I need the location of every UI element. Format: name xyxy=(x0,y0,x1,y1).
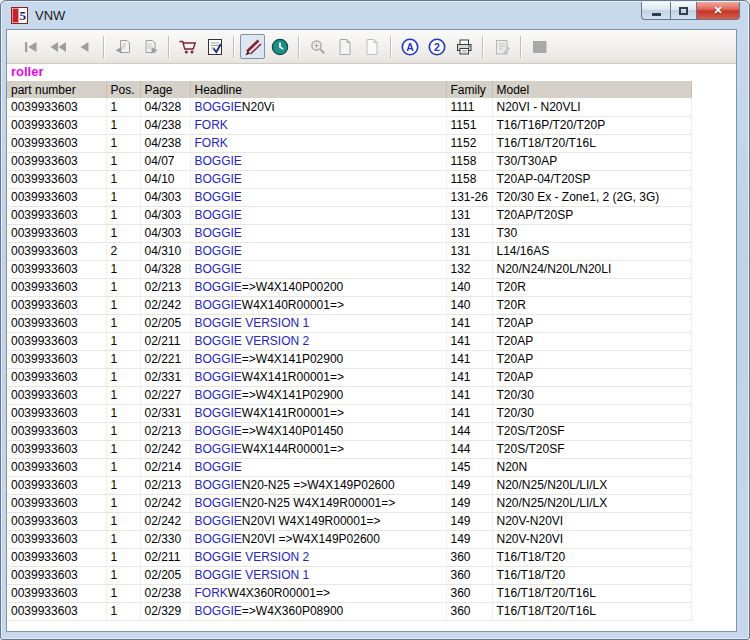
vnw-window: 5 VNW ✕ A2 roller part numberPos.PageHea… xyxy=(0,0,750,640)
close-button[interactable]: ✕ xyxy=(697,2,740,20)
cell-headline: BOGGIEW4X144R00001=> xyxy=(190,440,446,458)
table-row[interactable]: 0039933603104/238FORK1152T16/T18/T20/T16… xyxy=(7,134,691,152)
table-row[interactable]: 0039933603104/238FORK1151T16/T16P/T20/T2… xyxy=(7,116,691,134)
headline-link[interactable]: BOGGIE xyxy=(195,208,242,222)
table-row[interactable]: 0039933603102/331BOGGIEW4X141R00001=>141… xyxy=(7,368,691,386)
headline-link[interactable]: BOGGIE xyxy=(195,280,242,294)
circle-2-button[interactable]: 2 xyxy=(424,34,449,59)
rewind-button xyxy=(45,34,70,59)
headline-link[interactable]: BOGGIE xyxy=(195,226,242,240)
table-row[interactable]: 0039933603102/242BOGGIEW4X140R00001=>140… xyxy=(7,296,691,314)
headline-link[interactable]: BOGGIE xyxy=(195,388,242,402)
table-row[interactable]: 0039933603102/242BOGGIEN20VI W4X149R0000… xyxy=(7,512,691,530)
cell-page: 04/303 xyxy=(140,206,190,224)
headline-link[interactable]: BOGGIE xyxy=(195,244,242,258)
table-row[interactable]: 0039933603104/303BOGGIE131-26T20/30 Ex -… xyxy=(7,188,691,206)
headline-link[interactable]: FORK xyxy=(195,136,228,150)
headline-link[interactable]: BOGGIE xyxy=(195,478,242,492)
shopping-cart-button[interactable] xyxy=(175,34,200,59)
headline-link[interactable]: BOGGIE xyxy=(195,190,242,204)
app-icon[interactable]: 5 xyxy=(11,7,28,24)
table-row[interactable]: 0039933603102/221BOGGIE=>W4X141P02900141… xyxy=(7,350,691,368)
table-row[interactable]: 0039933603102/213BOGGIE=>W4X140P00200140… xyxy=(7,278,691,296)
table-row[interactable]: 0039933603102/205BOGGIE VERSION 1360T16/… xyxy=(7,566,691,584)
headline-link[interactable]: BOGGIE VERSION 2 xyxy=(195,334,310,348)
table-row[interactable]: 0039933603102/330BOGGIEN20VI =>W4X149P02… xyxy=(7,530,691,548)
table-row[interactable]: 0039933603104/07BOGGIE1158T30/T30AP xyxy=(7,152,691,170)
table-row[interactable]: 0039933603102/238FORKW4X360R00001=>360T1… xyxy=(7,584,691,602)
cell-page: 02/331 xyxy=(140,404,190,422)
table-row[interactable]: 0039933603102/329BOGGIE=>W4X360P08900360… xyxy=(7,602,691,620)
table-row[interactable]: 0039933603104/328BOGGIEN20Vi1111N20VI - … xyxy=(7,98,691,116)
headline-link[interactable]: BOGGIE xyxy=(195,298,242,312)
headline-link[interactable]: BOGGIE xyxy=(195,442,242,456)
circle-a-button[interactable]: A xyxy=(397,34,422,59)
cell-page: 04/303 xyxy=(140,224,190,242)
table-row[interactable]: 0039933603102/211BOGGIE VERSION 2360T16/… xyxy=(7,548,691,566)
table-row[interactable]: 0039933603102/331BOGGIEW4X141R00001=>141… xyxy=(7,404,691,422)
headline-link[interactable]: BOGGIE xyxy=(195,406,242,420)
headline-link[interactable]: FORK xyxy=(195,118,228,132)
headline-link[interactable]: BOGGIE VERSION 1 xyxy=(195,316,310,330)
cell-model: T20R xyxy=(492,278,691,296)
headline-link[interactable]: BOGGIE xyxy=(195,604,242,618)
cell-headline: BOGGIEN20VI =>W4X149P02600 xyxy=(190,530,446,548)
headline-link[interactable]: FORK xyxy=(195,586,228,600)
cell-headline: BOGGIE xyxy=(190,458,446,476)
headline-link[interactable]: BOGGIE xyxy=(195,172,242,186)
headline-link[interactable]: BOGGIE VERSION 1 xyxy=(195,568,310,582)
cell-part: 0039933603 xyxy=(7,476,106,494)
cell-pos: 1 xyxy=(106,440,140,458)
table-row[interactable]: 0039933603102/213BOGGIEN20-N25 =>W4X149P… xyxy=(7,476,691,494)
cell-model: N20/N24/N20L/N20LI xyxy=(492,260,691,278)
cell-headline: FORKW4X360R00001=> xyxy=(190,584,446,602)
print-button[interactable] xyxy=(451,34,476,59)
table-row[interactable]: 0039933603102/214BOGGIE145N20N xyxy=(7,458,691,476)
cell-family: 141 xyxy=(446,314,492,332)
cell-family: 360 xyxy=(446,548,492,566)
table-row[interactable]: 0039933603102/242BOGGIEN20-N25 W4X149R00… xyxy=(7,494,691,512)
table-row[interactable]: 0039933603102/211BOGGIE VERSION 2141T20A… xyxy=(7,332,691,350)
table-row[interactable]: 0039933603102/213BOGGIE=>W4X140P01450144… xyxy=(7,422,691,440)
headline-link[interactable]: BOGGIE xyxy=(195,424,242,438)
window-controls: ✕ xyxy=(641,2,740,20)
cell-family: 149 xyxy=(446,494,492,512)
cell-page: 02/211 xyxy=(140,548,190,566)
table-row[interactable]: 0039933603102/205BOGGIE VERSION 1141T20A… xyxy=(7,314,691,332)
table-row[interactable]: 0039933603102/227BOGGIE=>W4X141P02900141… xyxy=(7,386,691,404)
headline-link[interactable]: BOGGIE xyxy=(195,370,242,384)
headline-link[interactable]: BOGGIE xyxy=(195,100,242,114)
toolbar-separator xyxy=(168,36,169,58)
table-row[interactable]: 0039933603104/10BOGGIE1158T20AP-04/T20SP xyxy=(7,170,691,188)
swatch-button[interactable] xyxy=(527,34,552,59)
headline-link[interactable]: BOGGIE xyxy=(195,352,242,366)
table-row[interactable]: 0039933603104/303BOGGIE131T20AP/T20SP xyxy=(7,206,691,224)
cell-pos: 1 xyxy=(106,386,140,404)
cell-headline: FORK xyxy=(190,116,446,134)
new-page-icon xyxy=(362,37,382,57)
table-row[interactable]: 0039933603102/242BOGGIEW4X144R00001=>144… xyxy=(7,440,691,458)
maximize-button[interactable] xyxy=(670,2,697,20)
hotspot-pen-button[interactable] xyxy=(240,34,265,59)
headline-rest: N20-N25 W4X149R00001=> xyxy=(242,496,395,510)
minimize-button[interactable] xyxy=(641,2,670,20)
headline-link[interactable]: BOGGIE xyxy=(195,496,242,510)
headline-link[interactable]: BOGGIE VERSION 2 xyxy=(195,550,310,564)
headline-link[interactable]: BOGGIE xyxy=(195,532,242,546)
table-row[interactable]: 0039933603104/328BOGGIE132N20/N24/N20L/N… xyxy=(7,260,691,278)
cell-part: 0039933603 xyxy=(7,584,106,602)
cell-part: 0039933603 xyxy=(7,440,106,458)
headline-link[interactable]: BOGGIE xyxy=(195,514,242,528)
headline-link[interactable]: BOGGIE xyxy=(195,460,242,474)
cell-headline: BOGGIE=>W4X141P02900 xyxy=(190,350,446,368)
cell-part: 0039933603 xyxy=(7,350,106,368)
order-form-button[interactable] xyxy=(202,34,227,59)
title-bar[interactable]: 5 VNW ✕ xyxy=(1,1,749,29)
table-row[interactable]: 0039933603204/310BOGGIE131L14/16AS xyxy=(7,242,691,260)
notes-icon xyxy=(492,37,512,57)
headline-link[interactable]: BOGGIE xyxy=(195,154,242,168)
cell-pos: 1 xyxy=(106,206,140,224)
table-row[interactable]: 0039933603104/303BOGGIE131T30 xyxy=(7,224,691,242)
history-clock-button[interactable] xyxy=(267,34,292,59)
headline-link[interactable]: BOGGIE xyxy=(195,262,242,276)
